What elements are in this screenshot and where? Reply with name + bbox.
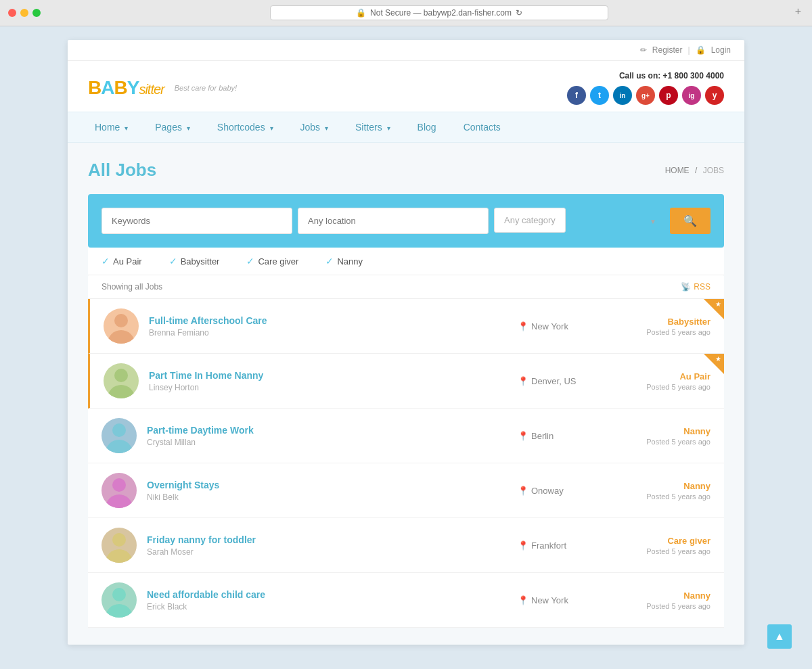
nav-list: Home ▾ Pages ▾ Shortcodes ▾ Jobs ▾ Sitte… <box>68 112 744 142</box>
filter-tags: ✓ Au Pair ✓ Babysitter ✓ Care giver ✓ Na… <box>88 248 724 275</box>
pin-icon-4: 📍 <box>518 486 528 496</box>
svg-point-5 <box>112 423 126 437</box>
nav-item-jobs: Jobs ▾ <box>287 112 342 142</box>
new-tab-button[interactable]: + <box>795 5 801 18</box>
traffic-lights <box>8 9 41 17</box>
filter-tag-nanny-label: Nanny <box>337 256 363 267</box>
address-bar[interactable]: 🔒 Not Secure — babywp2.dan-fisher.com ↻ <box>270 5 608 20</box>
scroll-top-button[interactable]: ▲ <box>767 624 792 649</box>
logo-y: Y <box>127 77 139 98</box>
twitter-icon[interactable]: t <box>590 86 609 105</box>
pin-icon-2: 📍 <box>518 376 528 386</box>
minimize-button[interactable] <box>20 9 28 17</box>
svg-point-2 <box>108 385 135 398</box>
svg-point-1 <box>114 314 128 327</box>
keywords-input[interactable] <box>102 208 292 234</box>
breadcrumb-home[interactable]: HOME <box>665 166 690 175</box>
rss-link[interactable]: 📡 RSS <box>681 282 710 292</box>
linkedin-icon[interactable]: in <box>613 86 632 105</box>
site-logo[interactable]: BABYsitter <box>88 77 164 99</box>
job-title-4[interactable]: Overnight Stays <box>147 480 508 490</box>
job-avatar-2 <box>104 363 139 398</box>
nav-link-shortcodes[interactable]: Shortcodes ▾ <box>204 112 287 142</box>
logo-sitter: sitter <box>139 82 164 97</box>
register-link[interactable]: Register <box>652 45 683 55</box>
nav-link-home[interactable]: Home ▾ <box>81 112 141 142</box>
svg-point-10 <box>106 604 133 618</box>
job-category-2: Au Pair <box>629 371 710 382</box>
avatar-svg-4 <box>102 473 137 508</box>
instagram-icon[interactable]: ig <box>682 86 701 105</box>
site-header: BABYsitter Best care for baby! Call us o… <box>68 61 744 112</box>
job-title-2[interactable]: Part Time In Home Nanny <box>149 370 508 381</box>
featured-badge-2 <box>704 354 724 374</box>
showing-label: Showing all Jobs <box>102 282 162 292</box>
search-button[interactable]: 🔍 <box>670 208 710 234</box>
nav-link-contacts[interactable]: Contacts <box>450 112 514 142</box>
filter-tag-caregiver[interactable]: ✓ Care giver <box>246 256 298 267</box>
location-text-6: New York <box>531 595 568 605</box>
job-posted-5: Posted 5 years ago <box>629 547 710 555</box>
job-location-4: 📍 Onoway <box>518 486 619 496</box>
location-text-5: Frankfort <box>531 540 566 551</box>
job-category-1: Babysitter <box>629 317 710 327</box>
category-select[interactable]: Any category Au Pair Babysitter Care giv… <box>494 208 566 233</box>
nav-item-home: Home ▾ <box>81 112 141 142</box>
call-us-label: Call us on: <box>619 71 660 80</box>
search-bar: Any category Au Pair Babysitter Care giv… <box>88 194 724 248</box>
register-icon: ✏ <box>640 45 647 55</box>
phone-number: +1 800 300 4000 <box>663 71 724 80</box>
svg-point-7 <box>112 478 126 492</box>
filter-tag-caregiver-label: Care giver <box>258 256 298 267</box>
login-link[interactable]: Login <box>711 45 731 55</box>
filter-tag-babysitter[interactable]: ✓ Babysitter <box>169 256 220 267</box>
job-title-3[interactable]: Part-time Daytime Work <box>147 425 508 436</box>
yelp-icon[interactable]: y <box>705 86 724 105</box>
job-location-5: 📍 Frankfort <box>518 540 619 551</box>
location-input[interactable] <box>298 208 489 234</box>
filter-tag-aupair[interactable]: ✓ Au Pair <box>102 256 142 267</box>
job-info-6: Need affordable child care Erick Black <box>147 589 508 612</box>
nav-item-sitters: Sitters ▾ <box>342 112 404 142</box>
job-title-5[interactable]: Friday nanny for toddler <box>147 534 508 545</box>
filter-tag-nanny[interactable]: ✓ Nanny <box>325 256 363 267</box>
pinterest-icon[interactable]: p <box>659 86 678 105</box>
facebook-icon[interactable]: f <box>567 86 586 105</box>
job-item-6: Need affordable child care Erick Black 📍… <box>88 573 724 628</box>
job-item-1: Full-time Afterschool Care Brenna Femian… <box>88 299 724 354</box>
close-button[interactable] <box>8 9 16 17</box>
site-nav: Home ▾ Pages ▾ Shortcodes ▾ Jobs ▾ Sitte… <box>68 112 744 143</box>
job-avatar-3 <box>102 418 137 453</box>
job-avatar-4 <box>102 473 137 508</box>
job-poster-2: Linsey Horton <box>149 383 508 392</box>
job-location-2: 📍 Denver, US <box>518 376 619 386</box>
job-location-6: 📍 New York <box>518 595 619 605</box>
rss-label: RSS <box>694 282 710 292</box>
avatar-svg-1 <box>104 308 139 344</box>
avatar-svg-6 <box>102 582 137 618</box>
search-icon: 🔍 <box>683 214 697 227</box>
nav-link-sitters[interactable]: Sitters ▾ <box>342 112 404 142</box>
avatar-svg-5 <box>102 528 137 563</box>
maximize-button[interactable] <box>32 9 41 17</box>
nav-link-blog[interactable]: Blog <box>404 112 450 142</box>
job-location-1: 📍 New York <box>518 321 619 331</box>
job-poster-3: Crystal Millan <box>147 438 508 447</box>
job-posted-1: Posted 5 years ago <box>629 328 710 336</box>
check-icon-babysitter: ✓ <box>169 256 177 267</box>
job-info-3: Part-time Daytime Work Crystal Millan <box>147 425 508 447</box>
nav-item-shortcodes: Shortcodes ▾ <box>204 112 287 142</box>
reload-icon[interactable]: ↻ <box>516 8 522 18</box>
job-title-6[interactable]: Need affordable child care <box>147 589 508 600</box>
job-title-1[interactable]: Full-time Afterschool Care <box>149 315 508 326</box>
job-category-5: Care giver <box>629 536 710 546</box>
top-bar: ✏ Register | 🔒 Login <box>68 40 744 61</box>
pin-icon-5: 📍 <box>518 540 528 551</box>
svg-point-0 <box>108 330 135 344</box>
pin-icon-3: 📍 <box>518 431 528 441</box>
svg-point-3 <box>114 369 128 382</box>
google-plus-icon[interactable]: g+ <box>636 86 655 105</box>
nav-link-jobs[interactable]: Jobs ▾ <box>287 112 342 142</box>
nav-link-pages[interactable]: Pages ▾ <box>141 112 204 142</box>
search-fields: Any category Au Pair Babysitter Care giv… <box>102 208 710 234</box>
